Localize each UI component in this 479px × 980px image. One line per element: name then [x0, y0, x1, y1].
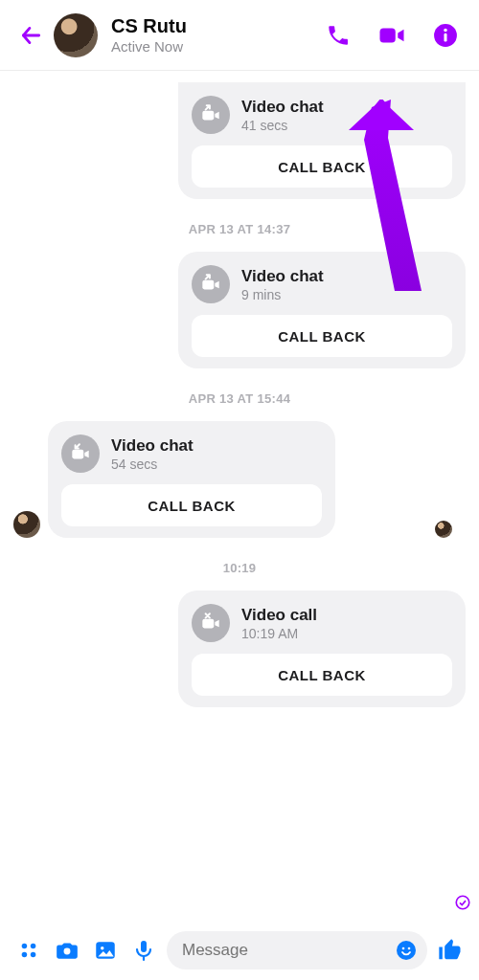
call-back-button[interactable]: CALL BACK [192, 315, 452, 357]
svg-point-22 [408, 947, 411, 950]
svg-point-20 [397, 941, 416, 960]
call-title: Video chat [241, 98, 324, 117]
video-out-icon [192, 96, 230, 134]
svg-point-11 [22, 944, 28, 949]
call-event-row: Video call10:19 AMCALL BACK [13, 590, 466, 707]
info-icon [433, 23, 458, 48]
message-input[interactable] [182, 941, 395, 960]
arrow-left-icon [18, 23, 43, 48]
svg-point-4 [444, 28, 446, 31]
timestamp: APR 13 AT 14:37 [13, 222, 466, 236]
call-back-button[interactable]: CALL BACK [192, 145, 452, 188]
svg-point-10 [456, 896, 469, 909]
call-bubble: Video chat9 minsCALL BACK [178, 252, 466, 368]
svg-rect-6 [202, 111, 214, 121]
info-button[interactable] [425, 15, 466, 56]
delivered-indicator [454, 894, 471, 911]
smiley-icon [395, 939, 418, 962]
call-event-row: Video chat9 minsCALL BACK [13, 252, 466, 368]
video-missed-icon [192, 604, 230, 642]
emoji-button[interactable] [395, 939, 418, 962]
like-button[interactable] [431, 931, 469, 969]
call-subtitle: 9 mins [241, 287, 324, 302]
four-dots-icon [18, 940, 39, 961]
svg-rect-1 [380, 28, 396, 42]
chat-header: CS Rutu Active Now [0, 0, 479, 71]
timestamp: APR 13 AT 15:44 [13, 391, 466, 406]
svg-point-14 [31, 952, 36, 958]
call-bubble: Video chat41 secsCALL BACK [178, 82, 466, 199]
video-icon [377, 21, 406, 50]
avatar[interactable] [54, 13, 98, 57]
message-composer[interactable] [167, 931, 427, 969]
thumbs-up-icon [437, 937, 464, 964]
svg-rect-18 [141, 941, 147, 952]
svg-point-12 [31, 944, 36, 949]
image-icon [93, 938, 118, 963]
call-back-button[interactable]: CALL BACK [61, 484, 322, 526]
back-button[interactable] [13, 18, 48, 53]
phone-icon [326, 23, 351, 48]
call-title: Video chat [241, 267, 324, 286]
call-back-button[interactable]: CALL BACK [192, 654, 452, 696]
check-circle-icon [454, 894, 471, 911]
svg-point-17 [101, 947, 103, 949]
call-title: Video call [241, 606, 317, 625]
audio-call-button[interactable] [318, 15, 358, 56]
video-in-icon [61, 434, 100, 473]
more-apps-button[interactable] [10, 931, 48, 969]
seen-avatar [435, 521, 452, 538]
svg-point-13 [22, 952, 28, 958]
call-subtitle: 10:19 AM [241, 626, 317, 641]
chat-title-block[interactable]: CS Rutu Active Now [111, 15, 305, 55]
svg-rect-9 [202, 619, 214, 629]
message-thread[interactable]: Video chat41 secsCALL BACKAPR 13 AT 14:3… [0, 71, 479, 921]
timestamp: 10:19 [13, 561, 466, 575]
camera-icon [55, 938, 80, 963]
svg-point-15 [64, 948, 71, 955]
composer-bar [0, 921, 479, 980]
contact-status: Active Now [111, 38, 305, 55]
sender-avatar[interactable] [13, 511, 40, 538]
svg-point-21 [402, 947, 405, 950]
call-bubble: Video chat54 secsCALL BACK [48, 421, 335, 538]
call-subtitle: 54 secs [111, 457, 194, 472]
video-out-icon [192, 265, 230, 303]
svg-rect-8 [72, 450, 83, 459]
voice-clip-button[interactable] [125, 931, 163, 969]
video-call-button[interactable] [372, 15, 412, 56]
svg-rect-7 [202, 280, 214, 290]
microphone-icon [132, 939, 155, 962]
call-title: Video chat [111, 436, 194, 456]
gallery-button[interactable] [86, 931, 125, 969]
call-event-row: Video chat54 secsCALL BACK [13, 421, 466, 538]
call-subtitle: 41 secs [241, 118, 324, 133]
call-event-row: Video chat41 secsCALL BACK [13, 82, 466, 199]
contact-name: CS Rutu [111, 15, 305, 37]
svg-rect-3 [444, 33, 446, 41]
call-bubble: Video call10:19 AMCALL BACK [178, 590, 466, 707]
camera-button[interactable] [48, 931, 86, 969]
